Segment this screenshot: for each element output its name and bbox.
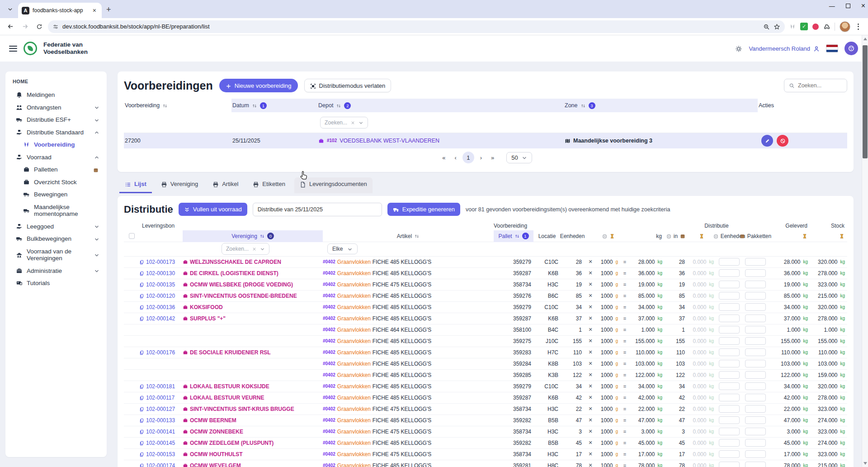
dist-eenheden-input[interactable] [719,394,740,401]
column-header-vereniging[interactable]: Vereniging 0 [183,230,323,242]
table-row[interactable]: 102-000174 OCMW WEVELGEM #0402 Graanvlok… [124,460,847,467]
sidebar-item-administratie[interactable]: Administratie [12,265,102,277]
vereniging-cell[interactable]: DE CIRKEL (LOGISTIEKE DIENST) [183,270,323,276]
browser-menu-icon[interactable] [855,24,862,30]
leveringsbon-link[interactable]: 102-000173 [139,259,183,265]
tab-vereniging[interactable]: Vereniging [156,177,203,193]
select-all-checkbox[interactable] [129,233,135,239]
leveringsbon-link[interactable]: 102-000133 [139,417,183,424]
tab-leveringsdocumenten[interactable]: Leveringsdocumenten [294,177,373,193]
column-header-zone[interactable]: Zone 3 [564,99,758,112]
dist-eenheden-input[interactable] [719,371,740,379]
scroll-down-arrow[interactable] [863,462,867,465]
tab-lijst[interactable]: Lijst [119,177,152,193]
leveringsbon-link[interactable]: 102-000174 [139,462,183,467]
leveringsbon-link[interactable]: 102-000181 [139,383,183,390]
minimize-button[interactable]: — [829,3,835,10]
dist-eenheden-input[interactable] [719,462,740,467]
address-bar[interactable]: dev.stock.foodbanksit.be/stock/app/nl-BE… [48,20,785,33]
vereniging-cell[interactable]: SINT-VINCENTIUS SINT-KRUIS BRUGGE [183,406,323,412]
table-row[interactable]: 102-000142 SURPLUS "+" #0402 Graanvlokke… [124,313,847,324]
language-flag-nl[interactable] [826,44,838,52]
table-row[interactable]: 102-000133 OCMW BEERNEM #0402 Graanvlokk… [124,415,847,426]
table-row[interactable]: 102-000135 OCMW WIELSBEKE (DROGE VOEDING… [124,279,847,291]
hamburger-menu-icon[interactable] [9,46,17,52]
vereniging-cell[interactable]: OCMW ZONNEBEKE [183,429,323,435]
page-current[interactable]: 1 [462,152,474,163]
new-voorbereiding-button[interactable]: Nieuwe voorbereiding [219,79,298,92]
vereniging-cell[interactable]: LOKAAL BESTUUR VEURNE [183,395,323,401]
extensions-puzzle-icon[interactable] [823,23,830,31]
tab-artikel[interactable]: Artikel [207,177,244,193]
dist-eenheden-input[interactable] [719,303,740,311]
global-search[interactable] [784,79,847,92]
table-row[interactable]: 102-000117 LOKAAL BESTUUR VEURNE #0402 G… [124,392,847,404]
page-next-button[interactable]: › [477,153,485,162]
vereniging-cell[interactable]: OCMW HOUTHULST [183,451,323,457]
dist-eenheden-input[interactable] [719,360,740,367]
vereniging-cell[interactable]: SINT-VINCENTIUS OOSTENDE-BREDENE [183,293,323,299]
leveringsbon-link[interactable]: 102-000135 [139,281,183,288]
page-prev-button[interactable]: ‹ [451,153,459,162]
dist-eenheden-input[interactable] [719,315,740,322]
vullen-uit-voorraad-button[interactable]: Vullen uit voorraad [179,203,247,216]
sidebar-item-voorraad-van-de-verenigingen[interactable]: Voorraad van de Verenigingen [12,245,102,265]
table-row[interactable]: 102-000153 OCMW HOUTHULST #0402 Graanvlo… [124,449,847,460]
depot-filter[interactable]: Zoeken... [320,117,368,129]
theme-toggle-icon[interactable] [735,44,742,52]
dist-eenheden-input[interactable] [719,382,740,390]
vereniging-cell[interactable]: OCMW ZEDELGEM (PLUSPUNT) [183,440,323,446]
artikel-filter-select[interactable]: Elke [327,243,358,254]
zoom-out-icon[interactable] [763,23,770,31]
table-row[interactable]: #0402 Graanvlokken FICHE 485 KELLOGG'S 3… [124,358,847,370]
sidebar-item-ontvangsten[interactable]: Ontvangsten [12,101,102,114]
tab-etiketten[interactable]: Etiketten [247,177,291,193]
dist-pakketten-input[interactable] [745,258,766,266]
exit-distributiemodus-button[interactable]: Distributiemodus verlaten [304,79,392,92]
leveringsbon-link[interactable]: 102-000130 [139,270,183,276]
page-size-select[interactable]: 50 [506,152,532,163]
table-row[interactable]: 102-000173 WELZIJNSSCHAKEL DE CAPROEN #0… [124,257,847,268]
sidebar-item-voorbereiding[interactable]: Voorbereiding [19,138,102,151]
dist-eenheden-input[interactable] [719,281,740,288]
dist-pakketten-input[interactable] [745,269,766,277]
browser-tab[interactable]: A foodbanks-stock-app × [18,3,102,18]
column-header-artikel[interactable]: Artikel [323,230,494,242]
dist-eenheden-input[interactable] [719,326,740,334]
sidebar-item-distributie-esf[interactable]: Distributie ESF+ [12,114,102,126]
clear-filter-icon[interactable] [350,119,355,126]
extension-check-icon[interactable]: ✓ [800,23,808,30]
leveringsbon-link[interactable]: 102-000127 [139,406,183,412]
extension-record-icon[interactable] [812,24,819,30]
sidebar-item-leeggoed[interactable]: Leeggoed [12,220,102,233]
leveringsbon-link[interactable]: 102-000136 [139,304,183,310]
site-settings-icon[interactable] [52,23,59,31]
browser-profile-avatar[interactable] [840,21,850,32]
column-header-voorbereiding[interactable]: Voorbereiding [124,99,231,112]
vereniging-filter[interactable]: Zoeken... [222,243,269,255]
table-row[interactable]: #0402 Graanvlokken FICHE 485 KELLOGG'S 3… [124,370,847,381]
tab-search-button[interactable] [4,3,16,15]
vereniging-cell[interactable]: LOKAAL BESTUUR KOKSIJDE [183,383,323,390]
table-row[interactable]: 102-000136 KOKSIFOOD #0402 Graanvlokken … [124,302,847,313]
table-row[interactable]: 102-000145 OCMW ZEDELGEM (PLUSPUNT) #040… [124,438,847,449]
vereniging-cell[interactable]: OCMW WIELSBEKE (DROGE VOEDING) [183,281,323,288]
table-row[interactable]: 102-000181 LOKAAL BESTUUR KOKSIJDE #0402… [124,381,847,392]
expeditie-genereren-button[interactable]: Expeditie genereren [387,203,460,216]
leveringsbon-link[interactable]: 102-000141 [139,429,183,435]
dist-pakketten-input[interactable] [745,394,766,401]
leveringsbon-link[interactable]: 102-000176 [139,349,183,356]
dist-pakketten-input[interactable] [745,416,766,424]
page-last-button[interactable]: » [488,153,497,162]
bookmark-star-icon[interactable] [774,23,780,31]
dist-pakketten-input[interactable] [745,292,766,300]
table-row[interactable]: 102-000120 SINT-VINCENTIUS OOSTENDE-BRED… [124,291,847,302]
leveringsbon-link[interactable]: 102-000153 [139,451,183,457]
dist-eenheden-input[interactable] [719,269,740,277]
leveringsbon-link[interactable]: 102-000145 [139,440,183,446]
table-row[interactable]: #0402 Graanvlokken FICHE 464 KELLOGG'S 3… [124,324,847,336]
user-avatar-button[interactable] [844,42,858,55]
dist-eenheden-input[interactable] [719,416,740,424]
sidebar-item-overzicht-stock[interactable]: Overzicht Stock [19,176,102,189]
prep-row-selected[interactable]: 27200 25/11/2025 #102 VOEDSELBANK WEST-V… [124,133,847,148]
